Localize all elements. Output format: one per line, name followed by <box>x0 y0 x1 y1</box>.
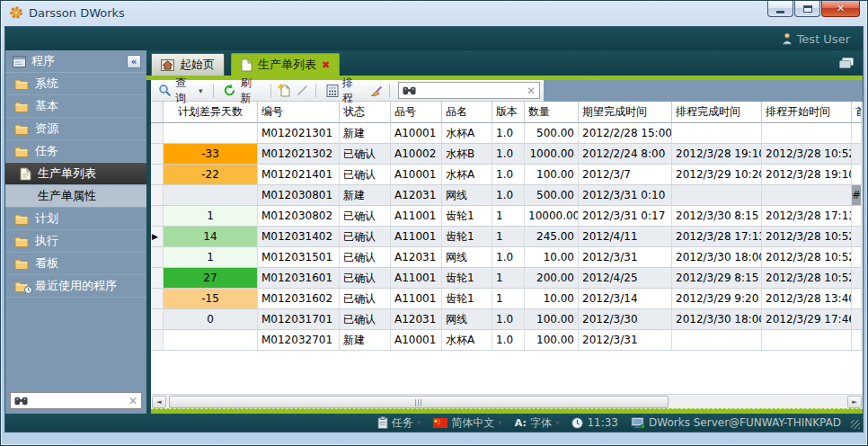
cell-due-time[interactable]: 2012/3/7 <box>579 165 672 185</box>
cell-sched-start[interactable]: 2012/3/28 19:10 <box>762 165 852 185</box>
cell-clipped[interactable] <box>852 123 862 144</box>
cell-diff-days[interactable] <box>164 123 258 144</box>
task-dropdown[interactable]: 任务 ▾ <box>377 415 421 431</box>
sidebar-item[interactable]: 最近使用的程序 <box>5 275 146 298</box>
cell-code[interactable]: M012031601 <box>258 268 340 289</box>
sidebar-item[interactable]: 看板 <box>5 253 146 275</box>
table-row[interactable]: 0 M012031701 已确认 A12031 网线 1.0 100.00 20… <box>151 309 863 330</box>
cell-part-no[interactable]: A10001 <box>391 165 442 185</box>
cell-part-no[interactable]: A12031 <box>391 247 442 268</box>
cell-part-no[interactable]: A11001 <box>391 268 442 289</box>
cell-due-time[interactable]: 2012/3/14 <box>579 289 672 309</box>
cell-part-name[interactable]: 齿轮1 <box>442 268 492 289</box>
tab-home[interactable]: 起始页 <box>151 53 225 76</box>
cell-diff-days[interactable]: 1 <box>164 206 258 227</box>
cell-quantity[interactable]: 500.00 <box>525 185 579 206</box>
sidebar-item[interactable]: 基本 <box>5 95 146 118</box>
cell-sched-end[interactable] <box>672 123 762 144</box>
row-selector[interactable] <box>151 165 164 185</box>
table-row[interactable]: M012021301 新建 A10001 水杯A 1.0 500.00 2012… <box>151 123 863 144</box>
cell-diff-days[interactable]: -15 <box>164 289 258 309</box>
cell-quantity[interactable]: 100.00 <box>525 165 579 185</box>
tab-orders[interactable]: 生产单列表 ✖ <box>231 53 340 76</box>
cell-sched-start[interactable] <box>762 330 852 351</box>
scrollbar-thumb[interactable] <box>169 396 669 408</box>
table-row[interactable]: 1 M012031501 已确认 A12031 网线 1.0 10.00 201… <box>151 247 863 268</box>
row-selector[interactable] <box>151 289 164 309</box>
cell-sched-start[interactable]: 2012/3/28 10:52 <box>762 268 852 289</box>
window-list-icon[interactable] <box>839 56 854 73</box>
cell-sched-end[interactable]: 2012/3/28 19:10 <box>672 144 762 165</box>
broom-icon[interactable] <box>369 84 383 97</box>
cell-due-time[interactable]: 2012/4/11 <box>579 227 672 247</box>
cell-status[interactable]: 已确认 <box>340 165 391 185</box>
cell-quantity[interactable]: 500.00 <box>525 123 579 144</box>
cell-version[interactable]: 1 <box>492 227 525 247</box>
cell-quantity[interactable]: 10000.00 <box>525 206 579 227</box>
table-row[interactable]: -15 M012031602 已确认 A11001 齿轮1 1 10.00 20… <box>151 289 863 309</box>
horizontal-scrollbar[interactable]: ◄ ► <box>151 394 863 408</box>
cell-quantity[interactable]: 200.00 <box>525 268 579 289</box>
cell-sched-end[interactable]: 2012/3/29 9:20 <box>672 289 762 309</box>
cell-clipped[interactable] <box>852 165 862 185</box>
cell-quantity[interactable]: 10.00 <box>525 247 579 268</box>
cell-sched-end[interactable]: 2012/3/28 17:13 <box>672 227 762 247</box>
new-document-icon[interactable] <box>278 84 292 98</box>
cell-due-time[interactable]: 2012/2/24 8:00 <box>579 144 672 165</box>
col-header-sched-start[interactable]: 排程开始时间 <box>762 102 852 123</box>
cell-version[interactable]: 1 <box>492 289 525 309</box>
cell-due-time[interactable]: 2012/3/31 0:17 <box>579 206 672 227</box>
table-row[interactable]: 27 M012031601 已确认 A11001 齿轮1 1 200.00 20… <box>151 268 863 289</box>
col-header-part-name[interactable]: 品名 <box>442 102 492 123</box>
row-selector[interactable] <box>151 144 164 165</box>
cell-status[interactable]: 已确认 <box>340 247 391 268</box>
scroll-left-button[interactable]: ◄ <box>152 396 166 408</box>
cell-diff-days[interactable] <box>164 185 258 206</box>
col-header-quantity[interactable]: 数量 <box>525 102 579 123</box>
sidebar-collapse-button[interactable]: « <box>127 55 141 68</box>
cell-part-name[interactable]: 齿轮1 <box>442 206 492 227</box>
minimize-button[interactable] <box>767 1 793 17</box>
cell-status[interactable]: 新建 <box>340 330 391 351</box>
cell-version[interactable]: 1.0 <box>492 309 525 330</box>
cell-code[interactable]: M012031402 <box>258 227 340 247</box>
col-header-part-no[interactable]: 品号 <box>391 102 442 123</box>
cell-sched-start[interactable]: 2012/3/28 10:52 <box>762 144 852 165</box>
cell-part-name[interactable]: 水杯B <box>442 144 492 165</box>
refresh-button[interactable]: 刷新 <box>219 75 263 107</box>
cell-part-name[interactable]: 网线 <box>442 309 492 330</box>
cell-code[interactable]: M012031701 <box>258 309 340 330</box>
cell-diff-days[interactable]: 14 <box>164 227 258 247</box>
cell-version[interactable]: 1.0 <box>492 144 525 165</box>
table-row[interactable]: -22 M012021401 已确认 A10001 水杯A 1.0 100.00… <box>151 165 863 185</box>
cell-version[interactable]: 1.0 <box>492 185 525 206</box>
sidebar-item[interactable]: 资源 <box>5 118 146 140</box>
cell-clipped[interactable] <box>852 268 862 289</box>
cell-code[interactable]: M012031501 <box>258 247 340 268</box>
cell-code[interactable]: M012031602 <box>258 289 340 309</box>
table-row[interactable]: 1 M012030802 已确认 A11001 齿轮1 1 10000.00 2… <box>151 206 863 227</box>
cell-sched-end[interactable] <box>672 185 762 206</box>
cell-clipped[interactable] <box>852 247 862 268</box>
cell-quantity[interactable]: 100.00 <box>525 330 579 351</box>
cell-sched-start[interactable]: 2012/3/28 17:13 <box>762 206 852 227</box>
clear-search-icon[interactable]: ✕ <box>527 85 536 97</box>
cell-part-name[interactable]: 齿轮1 <box>442 289 492 309</box>
cell-code[interactable]: M012030801 <box>258 185 340 206</box>
query-button[interactable]: 查询 ▾ <box>155 75 207 107</box>
cell-clipped[interactable] <box>852 289 862 309</box>
cell-version[interactable]: 1 <box>492 268 525 289</box>
cell-part-no[interactable]: A11001 <box>391 227 442 247</box>
row-selector[interactable] <box>151 309 164 330</box>
cell-clipped[interactable] <box>852 206 862 227</box>
cell-due-time[interactable]: 2012/2/28 15:00 <box>579 123 672 144</box>
cell-sched-start[interactable] <box>762 185 852 206</box>
row-selector[interactable] <box>151 247 164 268</box>
row-selector[interactable] <box>151 268 164 289</box>
cell-status[interactable]: 已确认 <box>340 289 391 309</box>
row-selector[interactable] <box>151 185 164 206</box>
col-header-version[interactable]: 版本 <box>492 102 525 123</box>
col-header-clipped[interactable]: 首 <box>852 102 862 123</box>
cell-quantity[interactable]: 245.00 <box>525 227 579 247</box>
cell-clipped[interactable] <box>852 309 862 330</box>
